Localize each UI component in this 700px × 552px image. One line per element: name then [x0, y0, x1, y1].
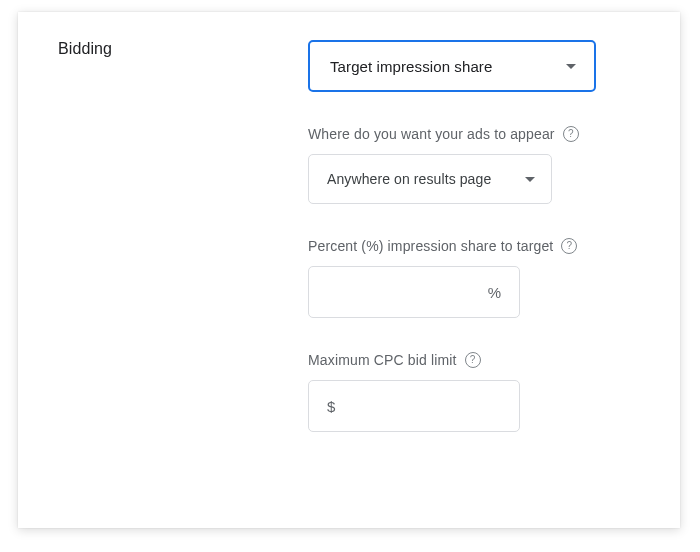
section-title: Bidding: [58, 40, 308, 58]
percent-target-group: Percent (%) impression share to target ?…: [308, 238, 640, 318]
percent-target-label-row: Percent (%) impression share to target ?: [308, 238, 640, 254]
ad-location-label-row: Where do you want your ads to appear ?: [308, 126, 640, 142]
max-cpc-input-box[interactable]: $: [308, 380, 520, 432]
help-icon[interactable]: ?: [563, 126, 579, 142]
help-icon[interactable]: ?: [561, 238, 577, 254]
max-cpc-label: Maximum CPC bid limit: [308, 352, 457, 368]
caret-down-icon: [566, 64, 576, 69]
percent-suffix: %: [488, 284, 501, 301]
right-column: Target impression share Where do you wan…: [308, 40, 640, 500]
help-icon[interactable]: ?: [465, 352, 481, 368]
max-cpc-group: Maximum CPC bid limit ? $: [308, 352, 640, 432]
percent-target-label: Percent (%) impression share to target: [308, 238, 553, 254]
ad-location-select[interactable]: Anywhere on results page: [308, 154, 552, 204]
bidding-strategy-select[interactable]: Target impression share: [308, 40, 596, 92]
caret-down-icon: [525, 177, 535, 182]
ad-location-selected: Anywhere on results page: [327, 171, 491, 187]
bidding-strategy-selected: Target impression share: [330, 58, 492, 75]
ad-location-label: Where do you want your ads to appear: [308, 126, 555, 142]
ad-location-group: Where do you want your ads to appear ? A…: [308, 126, 640, 204]
bidding-card: Bidding Target impression share Where do…: [18, 12, 680, 528]
max-cpc-input[interactable]: [341, 398, 501, 415]
max-cpc-label-row: Maximum CPC bid limit ?: [308, 352, 640, 368]
left-column: Bidding: [58, 40, 308, 500]
currency-prefix: $: [327, 398, 335, 415]
percent-target-input-box[interactable]: %: [308, 266, 520, 318]
percent-target-input[interactable]: [327, 284, 482, 301]
